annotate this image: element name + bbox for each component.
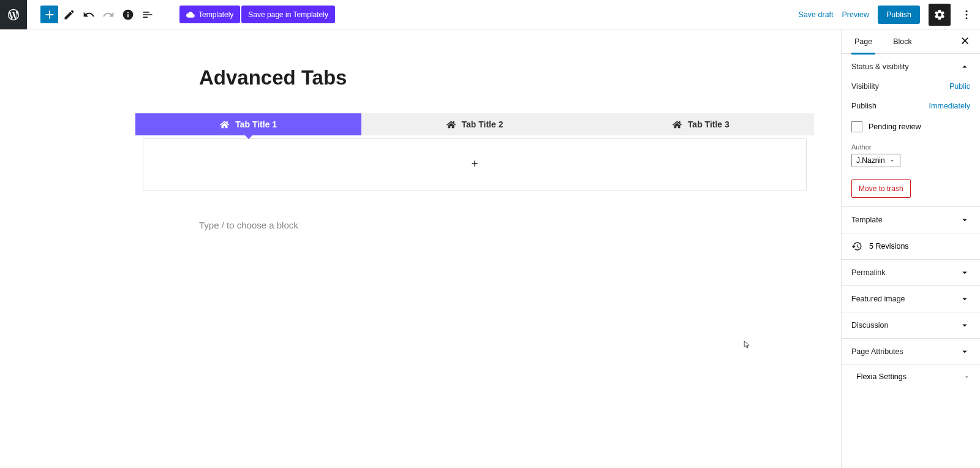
wordpress-logo[interactable] [0,0,27,29]
revisions-label: 5 Revisions [869,242,909,251]
panel-status-header[interactable]: Status & visibility [842,54,980,80]
triangle-down-icon [963,374,970,380]
more-menu-button[interactable] [959,4,974,26]
preview-link[interactable]: Preview [842,10,869,19]
info-icon[interactable] [119,6,137,23]
page-title[interactable]: Advanced Tabs [199,66,750,89]
sidebar-tab-block[interactable]: Block [890,29,915,54]
tab-label: Tab Title 3 [688,119,729,129]
move-to-trash-button[interactable]: Move to trash [851,179,911,198]
chevron-down-icon [959,293,970,304]
panel-template: Template [842,207,980,233]
panel-flexia-title: Flexia Settings [856,372,907,381]
close-sidebar-button[interactable] [960,36,970,48]
svg-point-1 [966,13,968,15]
top-toolbar: Templately Save page in Templately Save … [0,0,980,29]
gear-icon [933,9,946,21]
tab-content-area[interactable] [143,138,807,191]
chevron-up-icon [959,61,970,72]
revisions-link[interactable]: 5 Revisions [842,233,980,260]
visibility-value[interactable]: Public [949,82,970,91]
more-vertical-icon [960,9,973,21]
tab-1[interactable]: Tab Title 1 [135,113,361,135]
close-icon [960,36,970,46]
cloud-icon [186,10,195,19]
panel-template-title: Template [851,216,883,224]
save-templately-button[interactable]: Save page in Templately [241,6,335,23]
chevron-down-icon [889,157,895,164]
author-select[interactable]: J.Naznin [851,154,900,167]
panel-featured-image-header[interactable]: Featured image [842,286,980,312]
block-prompt[interactable]: Type / to choose a block [199,220,750,230]
chevron-down-icon [959,267,970,278]
tab-label: Tab Title 2 [462,119,503,129]
advanced-tabs-block[interactable]: Tab Title 1 Tab Title 2 Tab Title 3 [135,113,815,198]
svg-point-0 [966,10,968,12]
sidebar-tab-page[interactable]: Page [851,29,875,54]
panel-status: Status & visibility Visibility Public Pu… [842,54,980,207]
panel-permalink-title: Permalink [851,268,886,277]
panel-permalink-header[interactable]: Permalink [842,260,980,285]
outline-icon[interactable] [138,6,156,23]
chevron-down-icon [959,214,970,225]
home-icon [447,120,456,129]
author-label: Author [851,143,970,151]
panel-featured-image-title: Featured image [851,295,905,303]
tab-label: Tab Title 1 [235,119,277,129]
panel-discussion-header[interactable]: Discussion [842,312,980,338]
settings-button[interactable] [929,4,951,26]
plus-icon [470,159,480,168]
publish-label: Publish [851,102,876,110]
editor-canvas: Advanced Tabs Tab Title 1 Tab Title 2 Ta… [0,29,841,468]
pending-review-label: Pending review [869,123,921,131]
panel-page-attributes-header[interactable]: Page Attributes [842,339,980,364]
author-value: J.Naznin [856,156,885,165]
home-icon [673,120,682,129]
panel-featured-image: Featured image [842,286,980,312]
edit-icon[interactable] [60,6,78,23]
add-block-inline[interactable] [470,159,480,171]
chevron-down-icon [959,346,970,357]
tab-3[interactable]: Tab Title 3 [588,113,814,135]
visibility-label: Visibility [851,82,879,91]
redo-icon[interactable] [99,6,117,23]
templately-button[interactable]: Templately [179,6,240,23]
save-templately-label: Save page in Templately [248,10,328,19]
svg-point-2 [966,17,968,19]
settings-sidebar: Page Block Status & visibility Visibilit… [841,29,980,468]
panel-page-attributes-title: Page Attributes [851,347,903,356]
save-draft-link[interactable]: Save draft [799,10,834,19]
publish-button[interactable]: Publish [878,6,920,24]
home-icon [220,120,229,129]
panel-template-header[interactable]: Template [842,207,980,233]
history-icon [851,241,862,252]
pending-review-checkbox[interactable] [851,121,862,132]
chevron-down-icon [959,320,970,331]
panel-flexia[interactable]: Flexia Settings [842,365,980,388]
add-block-button[interactable] [40,6,58,23]
panel-discussion-title: Discussion [851,321,888,330]
panel-permalink: Permalink [842,260,980,286]
undo-icon[interactable] [80,6,97,23]
panel-discussion: Discussion [842,312,980,339]
templately-label: Templately [198,10,233,19]
publish-value[interactable]: Immediately [929,102,970,110]
tab-2[interactable]: Tab Title 2 [361,113,587,135]
panel-status-title: Status & visibility [851,62,909,71]
panel-page-attributes: Page Attributes [842,339,980,365]
